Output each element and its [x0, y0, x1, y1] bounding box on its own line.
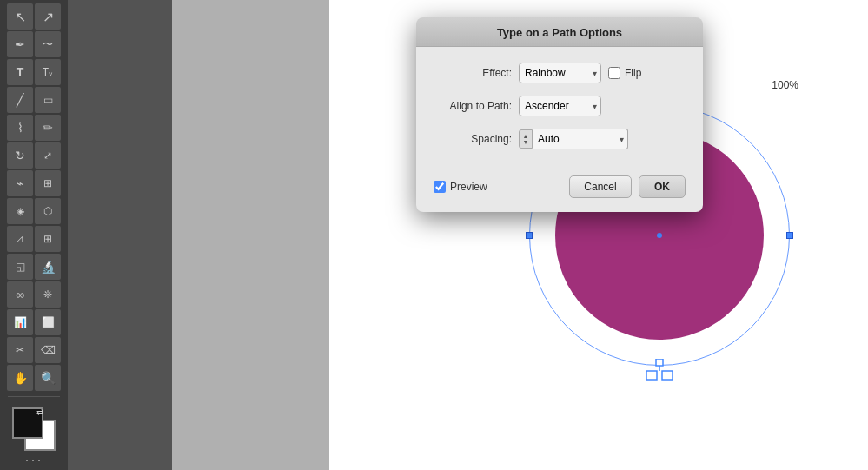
type-tool[interactable]: T — [7, 59, 33, 85]
warp-tool[interactable]: ⌁ — [7, 170, 33, 196]
slice-tool[interactable]: ✂ — [7, 337, 33, 363]
zoom-tool[interactable]: 🔍 — [35, 365, 61, 391]
eyedropper-tool[interactable]: 🔬 — [35, 254, 61, 280]
spacing-spinner[interactable]: ▲ ▼ — [519, 129, 533, 149]
align-label: Align to Path: — [434, 100, 512, 112]
eraser-tool[interactable]: ⌫ — [35, 337, 61, 363]
ok-button[interactable]: OK — [639, 175, 686, 198]
hand-tool[interactable]: ✋ — [7, 365, 33, 391]
spacing-select-wrapper: Auto — [533, 129, 628, 149]
effect-select[interactable]: Rainbow Skew 3D Ribbon Stair Step Gravit… — [519, 63, 601, 83]
selection-tool[interactable]: ↖ — [7, 3, 33, 30]
spacing-row: Spacing: ▲ ▼ Auto — [434, 129, 686, 149]
spacing-label: Spacing: — [434, 133, 512, 145]
effect-row: Effect: Rainbow Skew 3D Ribbon Stair Ste… — [434, 63, 686, 83]
toolbar-more-icon[interactable]: ··· — [24, 451, 43, 469]
rectangle-tool[interactable]: ▭ — [35, 87, 61, 113]
curvature-tool[interactable]: 〜 — [35, 31, 61, 57]
swap-colors-icon[interactable]: ⇄ — [36, 407, 43, 417]
spacing-select[interactable]: Auto — [533, 129, 628, 149]
anchor-bottom-complex — [646, 359, 673, 381]
svg-rect-2 — [646, 371, 657, 380]
dialog-title: Type on a Path Options — [497, 26, 622, 39]
live-paint-tool[interactable]: ⬡ — [35, 198, 61, 224]
effect-label: Effect: — [434, 67, 512, 79]
rotate-tool[interactable]: ↻ — [7, 142, 33, 169]
dialog-container: Type on a Path Options Effect: Rainbow S… — [416, 17, 703, 212]
anchor-right — [786, 232, 793, 239]
line-tool[interactable]: ╱ — [7, 87, 33, 113]
toolbar: ↖ ↗ ✒ 〜 T Tᵥ ╱ ▭ — [0, 0, 68, 470]
mesh-tool[interactable]: ⊞ — [35, 226, 61, 252]
dialog-titlebar: Type on a Path Options — [416, 17, 703, 47]
free-transform-tool[interactable]: ⊞ — [35, 170, 61, 196]
dialog-footer: Preview Cancel OK — [416, 175, 703, 212]
toolbar-divider — [8, 396, 60, 397]
flip-area: Flip — [608, 67, 641, 79]
pencil-tool[interactable]: ✏ — [35, 115, 61, 141]
preview-label: Preview — [450, 181, 487, 193]
left-panel — [68, 0, 172, 470]
scale-tool[interactable]: ⤢ — [35, 142, 61, 169]
toolbar-bottom: ··· — [24, 451, 43, 470]
preview-checkbox[interactable] — [434, 181, 446, 193]
dialog: Type on a Path Options Effect: Rainbow S… — [416, 17, 703, 212]
direct-selection-tool[interactable]: ↗ — [35, 3, 61, 30]
svg-rect-0 — [656, 359, 663, 366]
flip-label: Flip — [625, 67, 641, 79]
effect-select-wrapper: Rainbow Skew 3D Ribbon Stair Step Gravit… — [519, 63, 601, 83]
anchor-left — [526, 232, 533, 239]
zoom-percent-label: 100% — [772, 79, 798, 91]
align-select[interactable]: Ascender Descender Center Baseline — [519, 96, 601, 116]
gradient-tool[interactable]: ◱ — [7, 254, 33, 280]
center-point — [657, 233, 662, 238]
symbol-spray-tool[interactable]: ❊ — [35, 281, 61, 308]
canvas-white: 100% Type on a Path Options — [329, 0, 868, 470]
column-graph-tool[interactable]: 📊 — [7, 309, 33, 335]
blend-tool[interactable]: ∞ — [7, 281, 33, 308]
svg-rect-3 — [662, 371, 673, 380]
paintbrush-tool[interactable]: ⌇ — [7, 115, 33, 141]
spacing-wrapper: ▲ ▼ Auto — [519, 129, 628, 149]
align-row: Align to Path: Ascender Descender Center… — [434, 96, 686, 116]
foreground-color[interactable]: ⇄ — [12, 407, 43, 439]
pen-tool[interactable]: ✒ — [7, 31, 33, 57]
color-selector[interactable]: ⇄ — [12, 407, 56, 451]
perspective-grid-tool[interactable]: ⊿ — [7, 226, 33, 252]
flip-checkbox[interactable] — [608, 67, 620, 79]
shape-builder-tool[interactable]: ◈ — [7, 198, 33, 224]
touch-type-tool[interactable]: Tᵥ — [35, 59, 61, 85]
cancel-button[interactable]: Cancel — [569, 175, 632, 198]
canvas-area: 100% Type on a Path Options — [172, 0, 868, 470]
toolbar-tools: ↖ ↗ ✒ 〜 T Tᵥ ╱ ▭ — [0, 3, 68, 451]
align-select-wrapper: Ascender Descender Center Baseline — [519, 96, 601, 116]
dialog-body: Effect: Rainbow Skew 3D Ribbon Stair Ste… — [416, 47, 703, 175]
preview-area: Preview — [434, 181, 562, 193]
artboard-tool[interactable]: ⬜ — [35, 309, 61, 335]
